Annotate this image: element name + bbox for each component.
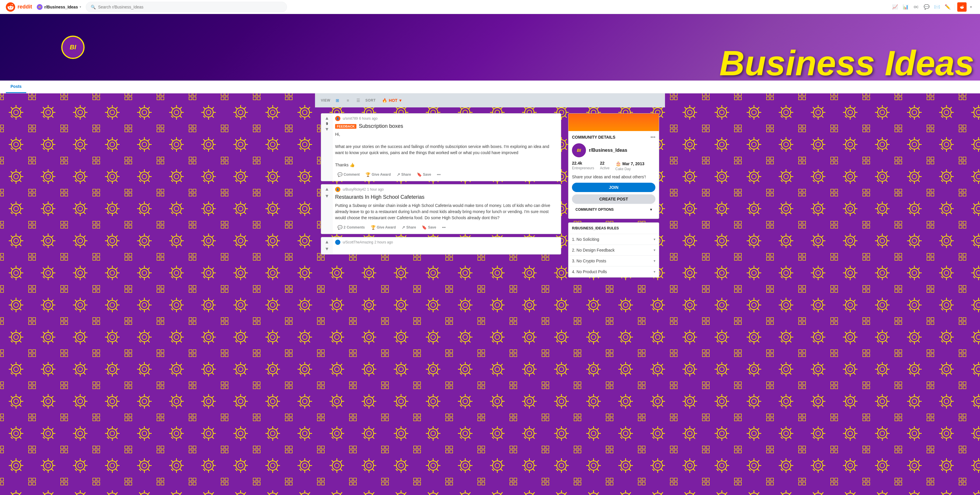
community-details-more-btn[interactable]: ••• [651, 134, 655, 140]
rule-item[interactable]: 4. No Product Polls ▾ [568, 267, 659, 277]
save-btn[interactable]: 🔖 Save [419, 223, 438, 232]
comment-btn[interactable]: 💬 Comment [335, 171, 362, 179]
subreddit-banner: BI Business Ideas [0, 14, 980, 81]
rule-3-number: 3. [572, 259, 576, 263]
rule-item[interactable]: 1. No Soliciting ▾ [568, 234, 659, 245]
community-name: r/Business_Ideas [589, 148, 627, 153]
vote-count: 9 [326, 122, 328, 126]
chart-icon-btn[interactable]: 📊 [901, 2, 910, 12]
post-card[interactable]: ▲ ▼ 👤 u/ScottTheAmazing 2 hours ago [321, 237, 561, 254]
reddit-logo-icon [6, 2, 15, 12]
rule-4-number: 4. [572, 269, 576, 274]
trending-icon-btn[interactable]: 📈 [891, 2, 900, 12]
search-icon: 🔍 [91, 5, 95, 10]
post-time: 6 hours ago [359, 117, 377, 121]
banner-logo-initials: BI [70, 43, 76, 51]
award-btn[interactable]: 🏆 Give Award [368, 223, 398, 232]
stat-entrepreneurs-label: Entrepreneurs [572, 166, 594, 170]
post-author[interactable]: u/smit789 [343, 117, 358, 121]
sort-label: SORT [366, 98, 375, 102]
more-btn[interactable]: ••• [439, 224, 448, 231]
post-flair[interactable]: FEEDBACK [335, 124, 356, 129]
rules-card: R/BUSINESS_IDEAS RULES 1. No Soliciting … [568, 222, 659, 278]
save-label: Save [428, 225, 436, 229]
view-compact-btn[interactable]: ≡ [344, 97, 352, 104]
save-btn[interactable]: 🔖 Save [414, 171, 433, 179]
cake-icon: 🎂 [616, 161, 621, 166]
downvote-btn[interactable]: ▼ [325, 127, 329, 132]
post-vote-section: ▲ ▼ [321, 237, 333, 254]
banner-logo: BI [61, 36, 84, 59]
rule-3-chevron-icon: ▾ [654, 259, 655, 263]
main-layout: ▲ 9 ▼ 👤 u/smit789 6 hours ago FEEDBACK S… [315, 107, 665, 283]
community-details-title-row: COMMUNITY DETAILS ••• [572, 134, 655, 140]
view-card-btn[interactable]: ⊞ [334, 97, 341, 104]
post-author[interactable]: u/ScottTheAmazing [343, 240, 373, 244]
save-icon: 🔖 [417, 172, 422, 177]
sort-hot-btn[interactable]: 🔥 HOT ▾ [379, 96, 404, 104]
more-icon: ••• [442, 225, 445, 229]
post-author-avatar: 👤 [335, 116, 340, 121]
rule-item[interactable]: 2. No Design Feedback ▾ [568, 245, 659, 255]
award-label: Give Award [377, 225, 396, 229]
rule-3-text: 3. No Crypto Posts [572, 259, 606, 263]
share-btn[interactable]: ↗ Share [399, 223, 418, 232]
community-details-title: COMMUNITY DETAILS [572, 135, 616, 139]
stat-cake-day: 🎂 Mar 7, 2013 Cake Day [616, 161, 644, 171]
tab-posts[interactable]: Posts [6, 81, 26, 93]
community-options-toggle[interactable]: COMMUNITY OPTIONS ▾ [572, 204, 655, 215]
sort-chevron-icon: ▾ [399, 98, 401, 103]
create-post-btn[interactable]: CREATE POST [572, 194, 655, 204]
sort-bar-wrapper: VIEW ⊞ ≡ ☰ SORT 🔥 HOT ▾ [0, 93, 980, 107]
stat-cake-day-label: Cake Day [616, 167, 644, 171]
upvote-btn[interactable]: ▲ [325, 240, 329, 244]
post-meta: 👤 u/ScottTheAmazing 2 hours ago [335, 240, 558, 245]
downvote-btn[interactable]: ▼ [325, 247, 329, 251]
share-label: Share [406, 225, 416, 229]
post-card[interactable]: ▲ 9 ▼ 👤 u/smit789 6 hours ago FEEDBACK S… [321, 113, 561, 181]
share-icon: ↗ [397, 172, 400, 177]
stat-entrepreneurs-value: 22.4k [572, 161, 594, 166]
join-btn[interactable]: JOIN [572, 183, 655, 192]
community-details-body: COMMUNITY DETAILS ••• BI r/Business_Idea… [568, 131, 659, 219]
user-avatar[interactable] [957, 2, 967, 12]
comment-btn[interactable]: 💬 2 Comments [335, 223, 367, 232]
comment-icon: 💬 [337, 225, 342, 230]
view-classic-btn[interactable]: ☰ [355, 97, 362, 104]
subreddit-selector[interactable]: BI r/Business_Ideas ▾ [37, 4, 81, 10]
subreddit-name: r/Business_Ideas [45, 5, 78, 10]
hot-icon: 🔥 [382, 98, 387, 103]
post-title: Subscription boxes [359, 123, 403, 129]
banner-title: Business Ideas [719, 46, 980, 81]
post-vote-section: ▲ ▼ [321, 184, 333, 233]
rule-item[interactable]: 3. No Crypto Posts ▾ [568, 255, 659, 267]
subreddit-icon: BI [37, 4, 43, 10]
comment-label: Comment [344, 172, 360, 177]
stat-active-label: Active [600, 166, 609, 170]
community-details-card: COMMUNITY DETAILS ••• BI r/Business_Idea… [568, 113, 659, 219]
stat-active-value: 22 [600, 161, 609, 166]
reddit-logo[interactable]: reddit [6, 2, 32, 12]
post-body: Hi, What are your stories on the success… [335, 131, 558, 168]
sort-bar: VIEW ⊞ ≡ ☰ SORT 🔥 HOT ▾ [315, 93, 665, 107]
comment-label: Comments [347, 225, 365, 229]
nav-divider [955, 4, 955, 10]
rule-2-number: 2. [572, 248, 576, 252]
oc-icon-btn[interactable]: OC [912, 2, 921, 12]
share-btn[interactable]: ↗ Share [395, 171, 413, 179]
post-author[interactable]: u/BusyRicky42 [343, 187, 366, 192]
nav-dropdown-btn[interactable]: ▾ [968, 4, 974, 10]
edit-icon-btn[interactable]: ✏️ [943, 2, 952, 12]
award-btn[interactable]: 🏆 Give Award [363, 171, 393, 179]
search-bar[interactable]: 🔍 [86, 2, 287, 12]
mail-icon-btn[interactable]: ✉️ [932, 2, 942, 12]
upvote-btn[interactable]: ▲ [325, 116, 329, 121]
downvote-btn[interactable]: ▼ [325, 194, 329, 198]
more-btn[interactable]: ••• [434, 171, 443, 178]
search-input[interactable] [98, 5, 282, 10]
post-card[interactable]: ▲ ▼ 👤 u/BusyRicky42 1 hour ago Restauran… [321, 184, 561, 234]
chat-icon-btn[interactable]: 💬 [922, 2, 931, 12]
rule-4-label: No Product Polls [577, 269, 607, 274]
upvote-btn[interactable]: ▲ [325, 187, 329, 192]
save-icon: 🔖 [422, 225, 427, 230]
